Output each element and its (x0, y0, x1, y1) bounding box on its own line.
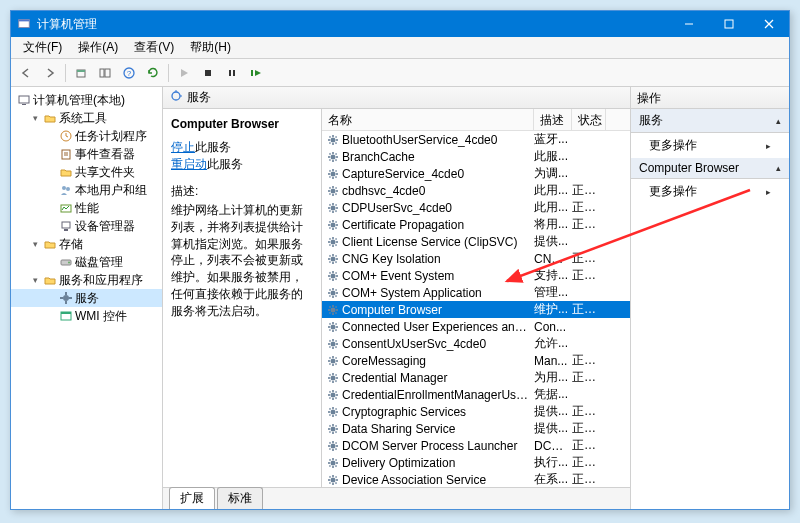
svg-rect-120 (332, 296, 334, 298)
service-row[interactable]: Device Association Service在系...正在... (322, 471, 630, 487)
actions-item[interactable]: 更多操作▸ (631, 133, 789, 158)
showhide-button[interactable] (94, 62, 116, 84)
service-row[interactable]: COM+ Event System支持...正在... (322, 267, 630, 284)
tree-item[interactable]: 服务 (11, 289, 162, 307)
svg-point-181 (331, 409, 336, 414)
service-row[interactable]: Delivery Optimization执行...正在... (322, 454, 630, 471)
menu-view[interactable]: 查看(V) (126, 37, 182, 58)
tree-item[interactable]: 性能 (11, 199, 162, 217)
actions-group-header[interactable]: 服务▴ (631, 109, 789, 133)
svg-rect-9 (105, 69, 110, 77)
svg-rect-130 (328, 309, 330, 311)
service-row[interactable]: DCOM Server Process LauncherDCO...正在... (322, 437, 630, 454)
service-row[interactable]: CoreMessagingMan...正在... (322, 352, 630, 369)
svg-rect-76 (328, 207, 330, 209)
tree-group[interactable]: ▾系统工具 (11, 109, 162, 127)
gear-icon (326, 473, 340, 487)
folder-icon (59, 165, 73, 179)
tree-item[interactable]: 事件查看器 (11, 145, 162, 163)
svg-rect-195 (329, 424, 331, 426)
svg-rect-209 (332, 458, 334, 460)
service-row[interactable]: Certificate Propagation将用...正在... (322, 216, 630, 233)
help-icon[interactable]: ? (118, 62, 140, 84)
up-button[interactable] (70, 62, 92, 84)
minimize-button[interactable] (669, 11, 709, 37)
service-row[interactable]: BranchCache此服... (322, 148, 630, 165)
stop-service-link[interactable]: 停止 (171, 140, 195, 154)
menu-help[interactable]: 帮助(H) (182, 37, 239, 58)
svg-rect-114 (329, 271, 331, 273)
tree-group[interactable]: ▾服务和应用程序 (11, 271, 162, 289)
svg-rect-166 (328, 377, 330, 379)
restart-service-link[interactable]: 重启动 (171, 157, 207, 171)
column-header-name[interactable]: 名称 (322, 109, 534, 130)
center-panel: 服务 Computer Browser 停止此服务 重启动此服务 描述: 维护网… (163, 87, 631, 509)
restart-svc-icon[interactable] (245, 62, 267, 84)
svg-rect-140 (336, 326, 338, 328)
gear-icon (326, 167, 340, 181)
forward-button[interactable] (39, 62, 61, 84)
tree-item[interactable]: 本地用户和组 (11, 181, 162, 199)
tree-item[interactable]: 设备管理器 (11, 217, 162, 235)
expander-icon[interactable]: ▾ (29, 113, 41, 123)
actions-item[interactable]: 更多操作▸ (631, 179, 789, 204)
tree-root[interactable]: 计算机管理(本地) (11, 91, 162, 109)
service-row[interactable]: CDPUserSvc_4cde0此用...正在... (322, 199, 630, 216)
tree-item[interactable]: WMI 控件 (11, 307, 162, 325)
svg-rect-200 (332, 441, 334, 443)
svg-rect-128 (332, 305, 334, 307)
column-header-desc[interactable]: 描述 (534, 109, 572, 130)
tree-item[interactable]: 磁盘管理 (11, 253, 162, 271)
svg-rect-161 (329, 362, 331, 364)
service-row[interactable]: cbdhsvc_4cde0此用...正在... (322, 182, 630, 199)
tabs: 扩展 标准 (163, 487, 630, 509)
service-row[interactable]: Cryptographic Services提供...正在... (322, 403, 630, 420)
gear-icon (326, 405, 340, 419)
svg-rect-133 (335, 305, 337, 307)
svg-rect-175 (328, 394, 330, 396)
service-row[interactable]: COM+ System Application管理... (322, 284, 630, 301)
expander-icon[interactable]: ▾ (29, 239, 41, 249)
tree-root-label: 计算机管理(本地) (33, 92, 125, 109)
service-row[interactable]: CaptureService_4cde0为调... (322, 165, 630, 182)
computer-icon (17, 93, 31, 107)
tab-standard[interactable]: 标准 (217, 487, 263, 509)
tree-group[interactable]: ▾存储 (11, 235, 162, 253)
service-row[interactable]: Connected User Experiences and Teleme...… (322, 318, 630, 335)
service-row[interactable]: Computer Browser维护...正在... (322, 301, 630, 318)
menu-action[interactable]: 操作(A) (70, 37, 126, 58)
stop-svc-icon[interactable] (197, 62, 219, 84)
service-row[interactable]: CNG Key IsolationCNG...正在... (322, 250, 630, 267)
pause-svc-icon[interactable] (221, 62, 243, 84)
back-button[interactable] (15, 62, 37, 84)
gear-icon (326, 286, 340, 300)
maximize-button[interactable] (709, 11, 749, 37)
expander-icon[interactable]: ▾ (29, 275, 41, 285)
column-header-status[interactable]: 状态 (572, 109, 606, 130)
close-button[interactable] (749, 11, 789, 37)
refresh-icon[interactable] (142, 62, 164, 84)
tree-item[interactable]: 共享文件夹 (11, 163, 162, 181)
tab-extended[interactable]: 扩展 (169, 487, 215, 509)
svg-rect-107 (329, 260, 331, 262)
start-svc-icon[interactable] (173, 62, 195, 84)
svg-rect-147 (332, 347, 334, 349)
svg-rect-95 (336, 241, 338, 243)
service-row[interactable]: Credential Manager为用...正在... (322, 369, 630, 386)
service-row[interactable]: Client License Service (ClipSVC)提供... (322, 233, 630, 250)
actions-group-header[interactable]: Computer Browser▴ (631, 158, 789, 179)
service-row[interactable]: CredentialEnrollmentManagerUserSvc_4c...… (322, 386, 630, 403)
desc-label: 描述: (171, 183, 313, 200)
app-icon (17, 17, 31, 31)
service-row[interactable]: BluetoothUserService_4cde0蓝牙... (322, 131, 630, 148)
svg-rect-40 (328, 139, 330, 141)
svg-point-100 (331, 256, 336, 261)
tree-item[interactable]: 任务计划程序 (11, 127, 162, 145)
service-row[interactable]: ConsentUxUserSvc_4cde0允许... (322, 335, 630, 352)
svg-rect-54 (335, 159, 337, 161)
service-row[interactable]: Data Sharing Service提供...正在... (322, 420, 630, 437)
svg-point-55 (331, 171, 336, 176)
svg-rect-51 (329, 152, 331, 154)
list-body[interactable]: BluetoothUserService_4cde0蓝牙...BranchCac… (322, 131, 630, 487)
menu-file[interactable]: 文件(F) (15, 37, 70, 58)
